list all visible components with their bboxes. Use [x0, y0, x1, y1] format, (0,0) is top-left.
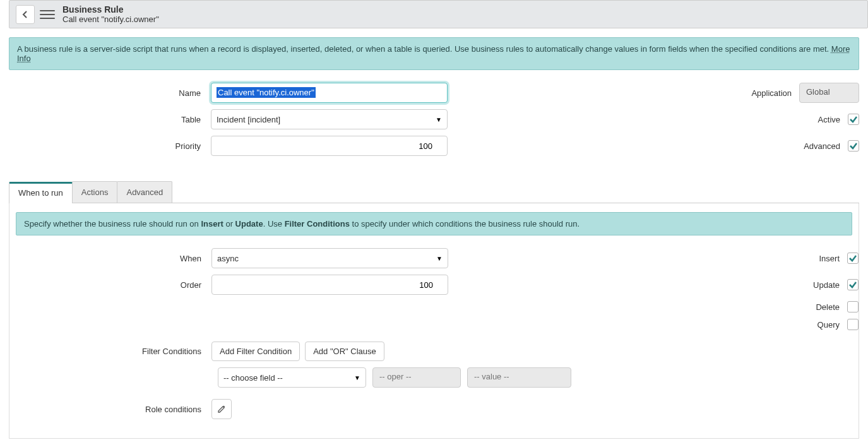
- menu-button[interactable]: [40, 7, 55, 22]
- filter-conditions-label: Filter Conditions: [9, 347, 211, 356]
- hamburger-icon: [40, 10, 55, 11]
- tab-advanced[interactable]: Advanced: [117, 181, 172, 203]
- back-button[interactable]: [16, 5, 35, 24]
- tab-actions[interactable]: Actions: [72, 181, 118, 203]
- tab-when-to-run[interactable]: When to run: [9, 182, 73, 203]
- delete-label: Delete: [816, 302, 840, 312]
- update-checkbox[interactable]: [847, 279, 859, 290]
- record-name: Call event "notify.ci.owner": [62, 15, 159, 24]
- info-banner: A business rule is a server-side script …: [9, 37, 859, 70]
- add-filter-condition-button[interactable]: Add Filter Condition: [211, 342, 300, 361]
- insert-label: Insert: [819, 254, 840, 263]
- priority-label: Priority: [9, 141, 211, 151]
- when-select[interactable]: async ▼: [211, 248, 448, 268]
- query-label: Query: [817, 320, 840, 330]
- chevron-left-icon: [21, 11, 29, 18]
- name-label: Name: [9, 88, 211, 98]
- application-value: Global: [799, 83, 859, 103]
- when-label: When: [9, 254, 211, 263]
- tab-content: Specify whether the business rule should…: [9, 203, 859, 439]
- tab-bar: When to run Actions Advanced: [9, 181, 859, 203]
- chevron-down-icon: ▼: [436, 116, 442, 123]
- advanced-label: Advanced: [804, 141, 840, 151]
- update-label: Update: [813, 280, 840, 290]
- application-label: Application: [751, 88, 792, 98]
- filter-field-select[interactable]: -- choose field -- ▼: [218, 367, 366, 388]
- active-checkbox[interactable]: [848, 114, 859, 125]
- delete-checkbox[interactable]: [847, 301, 859, 312]
- record-type: Business Rule: [62, 4, 159, 15]
- pencil-icon: [217, 405, 226, 413]
- header-title: Business Rule Call event "notify.ci.owne…: [62, 4, 159, 24]
- role-conditions-label: Role conditions: [9, 405, 211, 414]
- filter-operator: -- oper --: [372, 367, 461, 388]
- table-select[interactable]: Incident [incident] ▼: [211, 109, 448, 129]
- tab-info-banner: Specify whether the business rule should…: [16, 212, 852, 235]
- filter-value: -- value --: [467, 367, 571, 388]
- edit-role-conditions-button[interactable]: [211, 399, 232, 419]
- page-header: Business Rule Call event "notify.ci.owne…: [9, 0, 868, 28]
- active-label: Active: [818, 115, 840, 124]
- query-checkbox[interactable]: [847, 319, 859, 330]
- advanced-checkbox[interactable]: [848, 140, 859, 152]
- order-input[interactable]: [211, 275, 448, 295]
- chevron-down-icon: ▼: [354, 374, 360, 381]
- priority-input[interactable]: [211, 136, 448, 156]
- insert-checkbox[interactable]: [847, 253, 859, 264]
- add-or-clause-button[interactable]: Add "OR" Clause: [305, 342, 384, 361]
- table-label: Table: [9, 115, 211, 124]
- order-label: Order: [9, 280, 211, 290]
- chevron-down-icon: ▼: [436, 255, 443, 262]
